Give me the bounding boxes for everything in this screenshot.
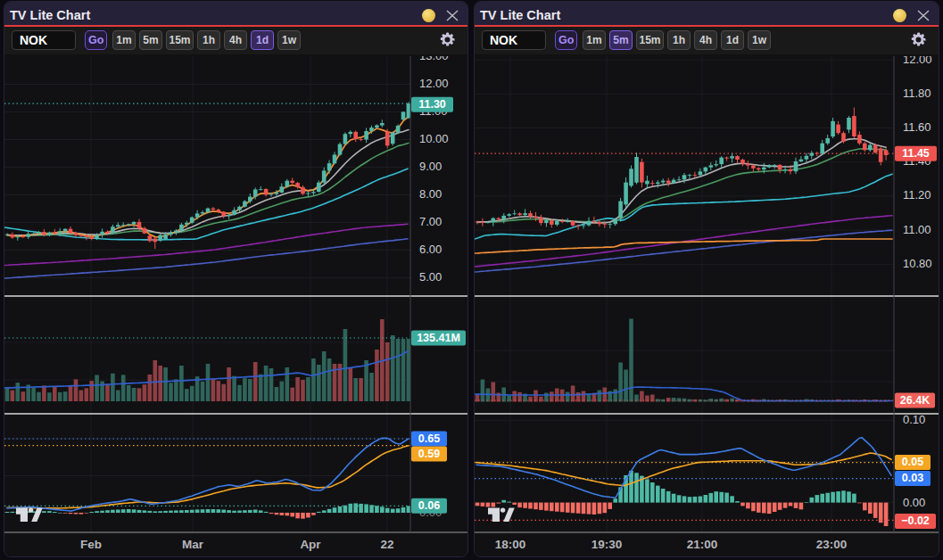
svg-text:21:00: 21:00	[687, 538, 718, 551]
svg-text:0.06: 0.06	[418, 499, 440, 512]
svg-text:7.00: 7.00	[419, 215, 442, 228]
svg-text:Apr: Apr	[300, 538, 321, 551]
svg-text:9.00: 9.00	[419, 160, 442, 173]
svg-text:12.00: 12.00	[903, 56, 932, 66]
svg-text:Feb: Feb	[80, 538, 102, 551]
svg-text:11.20: 11.20	[903, 188, 931, 202]
svg-text:13.00: 13.00	[419, 56, 449, 62]
svg-text:0.65: 0.65	[418, 432, 440, 445]
svg-text:11.60: 11.60	[903, 120, 931, 134]
svg-text:12.00: 12.00	[419, 77, 449, 90]
svg-text:19:30: 19:30	[591, 538, 623, 551]
svg-text:11.30: 11.30	[418, 98, 446, 111]
svg-text:23:00: 23:00	[816, 538, 848, 551]
svg-text:0.10: 0.10	[903, 413, 925, 426]
svg-text:5.00: 5.00	[419, 270, 442, 284]
svg-text:135.41M: 135.41M	[417, 332, 460, 344]
svg-text:22: 22	[380, 538, 393, 551]
svg-text:0.03: 0.03	[902, 472, 923, 484]
svg-text:0.00: 0.00	[903, 496, 925, 509]
svg-text:11.45: 11.45	[902, 147, 930, 160]
svg-text:8.00: 8.00	[419, 187, 442, 201]
svg-text:11.80: 11.80	[903, 86, 931, 100]
svg-text:26.4K: 26.4K	[900, 394, 930, 407]
svg-text:18:00: 18:00	[495, 538, 526, 551]
svg-text:0.05: 0.05	[902, 456, 923, 468]
svg-text:10.80: 10.80	[903, 257, 932, 270]
svg-text:6.00: 6.00	[419, 243, 442, 256]
svg-text:10.00: 10.00	[419, 132, 449, 145]
svg-text:−0.02: −0.02	[901, 515, 930, 527]
svg-text:11.00: 11.00	[903, 223, 931, 236]
svg-text:0.59: 0.59	[418, 448, 440, 460]
svg-text:Mar: Mar	[182, 538, 204, 551]
